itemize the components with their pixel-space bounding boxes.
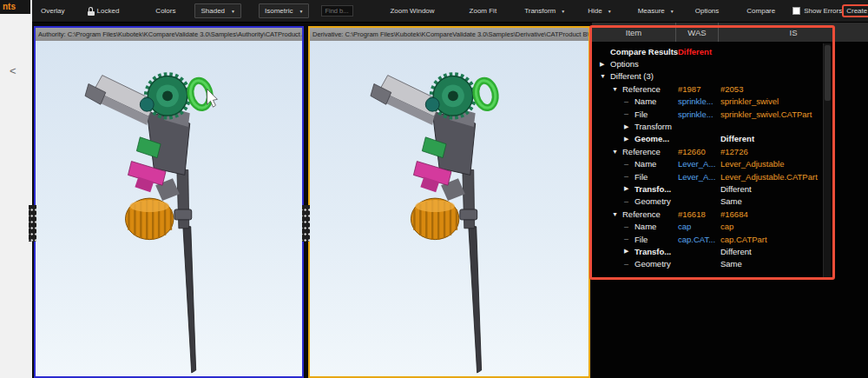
tree-item-cell: – Geometry — [594, 196, 678, 206]
show-errors-checkbox[interactable] — [792, 7, 800, 15]
chevron-down-icon: ▼ — [561, 9, 565, 14]
tree-scrollbar[interactable] — [823, 43, 831, 278]
tree-item-cell: ▼ Reference — [594, 84, 678, 94]
tree-row[interactable]: ▶ Options — [594, 57, 833, 70]
tree-was-value: #12660 — [678, 147, 720, 156]
sprinkler-model-authority — [36, 41, 302, 376]
zoom-window-button[interactable]: Zoom Window — [390, 7, 434, 15]
overlay-button[interactable]: Overlay — [41, 7, 65, 15]
tree-item-cell: ▶ Transform — [594, 122, 678, 131]
tree-row[interactable]: – Name sprinkle... sprinkler_swivel — [594, 96, 833, 108]
tree-expander-icon[interactable]: – — [624, 97, 635, 106]
tree-expander-icon[interactable]: – — [624, 235, 635, 243]
tree-row[interactable]: – File sprinkle... sprinkler_swivel.CATP… — [594, 108, 833, 120]
tree-expander-icon[interactable]: – — [624, 109, 635, 118]
tree-row[interactable]: – Name cap cap — [594, 220, 833, 232]
locked-toggle[interactable]: Locked — [88, 7, 120, 16]
tree-expander-icon[interactable]: – — [624, 160, 635, 169]
app-window: nts < Overlay Locked Colors Shaded ▼ Iso… — [0, 0, 868, 378]
tree-is-value: Lever_Adjustable.CATPart — [720, 172, 833, 182]
show-errors-toggle[interactable]: Show Errors — [792, 7, 842, 15]
zoom-fit-button[interactable]: Zoom Fit — [470, 7, 497, 15]
tree-item-label: Transfo... — [635, 247, 671, 256]
tree-row[interactable]: ▶ Transform — [594, 120, 833, 132]
tree-expander-icon[interactable]: ▶ — [600, 61, 610, 68]
tree-expander-icon[interactable]: ▼ — [612, 149, 622, 155]
tree-row[interactable]: – Name Lever_A... Lever_Adjustable — [594, 158, 833, 170]
chevron-down-icon: ▼ — [670, 9, 674, 14]
collapse-panel-chevron-icon[interactable]: < — [10, 64, 16, 77]
hide-label: Hide — [588, 7, 602, 15]
tree-row[interactable]: ▶ Transfo... Different — [594, 245, 833, 257]
tree-expander-icon[interactable]: – — [624, 197, 635, 206]
authority-viewport-title: Authority: C:\Program Files\Kubotek\KCom… — [36, 28, 302, 41]
sprinkler-model-derivative — [310, 41, 589, 376]
splitter-grip[interactable] — [302, 205, 310, 242]
shaded-dropdown[interactable]: Shaded ▼ — [194, 3, 241, 18]
measure-dropdown[interactable]: Measure ▼ — [638, 7, 674, 15]
tree-row[interactable]: ▼ Reference #1987 #2053 — [594, 83, 833, 95]
tree-expander-icon[interactable]: – — [624, 260, 635, 269]
compare-button[interactable]: Compare — [746, 7, 775, 15]
tree-was-value: Lever_A... — [678, 172, 720, 182]
options-button[interactable]: Options — [695, 7, 720, 15]
tree-item-label: File — [635, 172, 648, 182]
transform-dropdown[interactable]: Transform ▼ — [524, 7, 565, 15]
tree-expander-icon[interactable]: ▼ — [612, 211, 622, 217]
derivative-viewport-canvas[interactable] — [310, 41, 589, 376]
tree-row[interactable]: ▶ Geome... Different — [594, 133, 833, 145]
tree-scrollbar-thumb[interactable] — [825, 45, 831, 101]
create-report-button[interactable]: Create Report — [846, 7, 868, 15]
tree-item-label: Reference — [622, 84, 661, 94]
tree-row[interactable]: ▼ Reference #12660 #12726 — [594, 145, 833, 157]
tree-row[interactable]: Compare Results Different — [594, 45, 833, 57]
authority-viewport-canvas[interactable] — [36, 41, 302, 376]
colors-button[interactable]: Colors — [155, 7, 175, 15]
tree-item-cell: ▶ Transfo... — [594, 184, 678, 194]
column-header-item[interactable]: Item — [592, 23, 676, 42]
main-toolbar: Overlay Locked Colors Shaded ▼ Isometric… — [32, 0, 868, 23]
column-header-is[interactable]: IS — [719, 23, 868, 42]
derivative-viewport: Derivative: C:\Program Files\Kubotek\KCo… — [308, 26, 590, 378]
tree-row[interactable]: – File cap.CAT... cap.CATPart — [594, 233, 833, 245]
tree-item-cell: – Geometry — [594, 259, 678, 269]
tree-row[interactable]: ▶ Transfo... Different — [594, 182, 833, 195]
shaded-label: Shaded — [201, 7, 225, 15]
tree-was-value: cap — [678, 222, 720, 231]
splitter-grip[interactable] — [29, 205, 36, 242]
tree-is-value: cap — [720, 222, 833, 231]
tree-row[interactable]: ▼ Different (3) — [594, 70, 833, 83]
results-tree: Compare Results Different ▶ Options ▼ Di… — [594, 45, 833, 270]
tree-expander-icon[interactable]: ▼ — [600, 73, 610, 79]
tree-expander-icon[interactable]: ▶ — [624, 248, 635, 255]
tree-item-cell: – File — [594, 235, 678, 244]
tree-item-cell: Compare Results — [594, 47, 678, 56]
isometric-dropdown[interactable]: Isometric ▼ — [259, 3, 309, 18]
tree-item-label: Geometry — [635, 196, 671, 206]
derivative-viewport-title: Derivative: C:\Program Files\Kubotek\KCo… — [310, 28, 589, 41]
tree-expander-icon[interactable]: – — [624, 172, 635, 181]
tree-item-label: Reference — [622, 209, 661, 219]
tree-expander-icon[interactable]: ▶ — [624, 136, 635, 143]
tree-item-label: Transfo... — [635, 184, 671, 194]
tree-is-value: Different — [720, 134, 833, 143]
hide-dropdown[interactable]: Hide ▼ — [588, 7, 611, 15]
tree-row[interactable]: ▼ Reference #16618 #16684 — [594, 208, 833, 220]
tree-row[interactable]: – Geometry Same — [594, 196, 833, 208]
lock-icon — [88, 7, 95, 16]
column-header-was[interactable]: WAS — [676, 23, 719, 42]
tree-item-cell: ▶ Options — [594, 59, 678, 69]
annotation-box-create-report: Create Report — [842, 4, 868, 17]
clipped-panel-tab[interactable]: nts — [0, 0, 30, 14]
tree-item-cell: ▼ Different (3) — [594, 71, 678, 81]
tree-expander-icon[interactable]: – — [624, 222, 635, 231]
tree-was-value: #16618 — [678, 209, 720, 219]
tree-expander-icon[interactable]: ▶ — [624, 123, 635, 130]
tree-row[interactable]: – Geometry Same — [594, 258, 833, 270]
tree-item-cell: – Name — [594, 159, 678, 169]
measure-label: Measure — [638, 7, 665, 15]
tree-expander-icon[interactable]: ▶ — [624, 185, 635, 192]
tree-row[interactable]: – File Lever_A... Lever_Adjustable.CATPa… — [594, 170, 833, 182]
tree-expander-icon[interactable]: ▼ — [612, 86, 622, 92]
find-input[interactable] — [321, 5, 353, 17]
